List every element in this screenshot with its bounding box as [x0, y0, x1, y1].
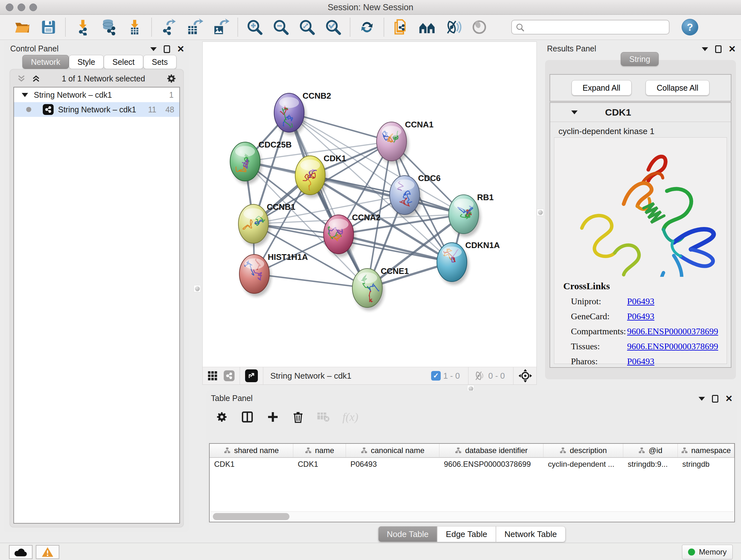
crosslink-link[interactable]: P06493: [627, 356, 655, 367]
column-header-description[interactable]: description: [543, 444, 623, 457]
float-panel-icon[interactable]: [715, 45, 722, 53]
table-cell[interactable]: CDK1: [210, 458, 293, 471]
crosslink-link[interactable]: P06493: [627, 296, 655, 307]
edge-HIST1H1A-CCNE1[interactable]: [254, 274, 367, 288]
close-panel-icon[interactable]: ✕: [177, 45, 185, 53]
cloud-button[interactable]: [9, 545, 32, 559]
hidden-eye-slash-icon[interactable]: [474, 371, 486, 381]
memory-button[interactable]: Memory: [682, 545, 733, 559]
show-all-networks-button[interactable]: [418, 18, 436, 36]
network-row-selected[interactable]: String Network – cdk1 11 48: [14, 102, 179, 117]
node-RB1[interactable]: [449, 195, 481, 237]
network-options-gear-icon[interactable]: [166, 73, 177, 84]
zoom-selected-icon: [325, 19, 341, 36]
export-network-button[interactable]: [159, 18, 178, 36]
table-row[interactable]: CDK1CDK1P064939606.ENSP00000378699cyclin…: [210, 458, 734, 471]
node-CCNB2[interactable]: [274, 93, 306, 135]
statusbar-separator: [240, 367, 240, 384]
table-cell[interactable]: CDK1: [293, 458, 346, 471]
node-CDK1[interactable]: [295, 156, 327, 198]
zoom-fit-icon: [299, 19, 315, 36]
node-CDKN1A[interactable]: [437, 243, 469, 285]
hide-selected-button[interactable]: [444, 18, 462, 36]
selected-indicator-checkbox[interactable]: ✓: [431, 371, 441, 381]
zoom-selected-button[interactable]: [324, 18, 342, 36]
network-canvas[interactable]: CCNB2CCNA1CDC25BCDK1CDC6RB1CCNB1CCNA2CDK…: [203, 42, 536, 367]
import-network-from-database-button[interactable]: [99, 18, 118, 36]
node-CDC6[interactable]: [390, 175, 421, 218]
save-session-button[interactable]: [40, 18, 57, 36]
panel-menu-icon[interactable]: [698, 397, 705, 401]
table-cell[interactable]: 9606.ENSP00000378699: [440, 458, 543, 471]
delete-column-icon[interactable]: [292, 411, 304, 423]
detach-view-icon[interactable]: [245, 369, 258, 382]
node-HIST1H1A[interactable]: [239, 254, 271, 297]
crosslink-link[interactable]: P06493: [627, 311, 655, 321]
column-header--id[interactable]: @id: [623, 444, 678, 457]
hidden-counts: 0 - 0: [488, 371, 505, 381]
tab-string[interactable]: String: [621, 52, 659, 66]
export-image-button[interactable]: [212, 18, 230, 36]
collection-expand-icon[interactable]: [22, 93, 28, 97]
float-panel-icon[interactable]: [712, 395, 718, 402]
scrollbar-thumb[interactable]: [213, 513, 289, 520]
tab-edge-table[interactable]: Edge Table: [437, 526, 496, 542]
create-column-icon[interactable]: [266, 411, 279, 423]
collapse-all-icon[interactable]: [17, 74, 26, 83]
import-table-button[interactable]: [126, 18, 144, 36]
node-CCNE1[interactable]: [352, 268, 384, 311]
collapse-all-button[interactable]: Collapse All: [646, 80, 710, 96]
crosslink-link[interactable]: 9606.ENSP00000378699: [627, 341, 718, 352]
cdk1-section-header[interactable]: CDK1: [550, 103, 731, 122]
search-input[interactable]: [511, 20, 670, 35]
crosslink-link[interactable]: 9606.ENSP00000378699: [627, 326, 718, 336]
help-button[interactable]: ?: [682, 19, 698, 36]
control-panel-tabs: NetworkStyleSelectSets: [22, 55, 177, 69]
section-collapse-icon[interactable]: [571, 111, 578, 114]
table-cell[interactable]: stringdb: [678, 458, 734, 471]
tab-network[interactable]: Network: [22, 55, 69, 69]
column-header-shared-name[interactable]: shared name: [210, 444, 293, 457]
table-cell[interactable]: cyclin-dependent ...: [543, 458, 623, 471]
node-CCNA2[interactable]: [324, 215, 355, 257]
birdseye-crosshair-icon[interactable]: [519, 369, 532, 382]
zoom-out-button[interactable]: [272, 18, 290, 36]
show-graphics-details-button[interactable]: [470, 18, 488, 36]
expand-all-button[interactable]: Expand All: [571, 80, 631, 96]
column-header-canonical-name[interactable]: canonical name: [346, 444, 440, 457]
network-current-dot: [26, 107, 31, 112]
float-panel-icon[interactable]: [164, 45, 170, 53]
grid-view-icon[interactable]: [207, 370, 218, 381]
table-cell[interactable]: P06493: [346, 458, 440, 471]
network-collection-row[interactable]: String Network – cdk1 1: [14, 87, 179, 102]
apply-layout-button[interactable]: [358, 18, 376, 36]
crosslink-label: Pharos:: [571, 356, 627, 367]
close-panel-icon[interactable]: ✕: [725, 395, 733, 402]
warnings-button[interactable]: [36, 545, 59, 559]
tab-sets[interactable]: Sets: [143, 55, 177, 69]
tab-network-table[interactable]: Network Table: [496, 526, 565, 542]
table-options-gear-icon[interactable]: [215, 411, 228, 423]
import-network-button[interactable]: [73, 18, 91, 36]
table-horizontal-scrollbar[interactable]: [210, 511, 734, 521]
close-panel-icon[interactable]: ✕: [729, 45, 736, 53]
show-columns-icon[interactable]: [241, 411, 254, 423]
expand-all-icon[interactable]: [31, 74, 41, 83]
column-header-database-identifier[interactable]: database identifier: [440, 444, 543, 457]
zoom-fit-button[interactable]: [298, 18, 316, 36]
network-view-share-icon[interactable]: [224, 370, 234, 381]
panel-menu-icon[interactable]: [150, 47, 157, 51]
table-cell[interactable]: stringdb:9...: [623, 458, 678, 471]
open-session-button[interactable]: [13, 18, 31, 36]
column-header-name[interactable]: name: [293, 444, 346, 457]
tab-style[interactable]: Style: [69, 55, 104, 69]
left-splitter-handle[interactable]: [194, 285, 201, 292]
export-table-button[interactable]: [186, 18, 204, 36]
zoom-in-button[interactable]: [246, 18, 264, 36]
node-CCNA1[interactable]: [377, 122, 408, 164]
tab-select[interactable]: Select: [104, 55, 143, 69]
column-header-namespace[interactable]: namespace: [678, 444, 734, 457]
panel-menu-icon[interactable]: [702, 47, 708, 51]
tab-node-table[interactable]: Node Table: [378, 526, 437, 542]
copy-network-view-button[interactable]: [392, 18, 410, 36]
